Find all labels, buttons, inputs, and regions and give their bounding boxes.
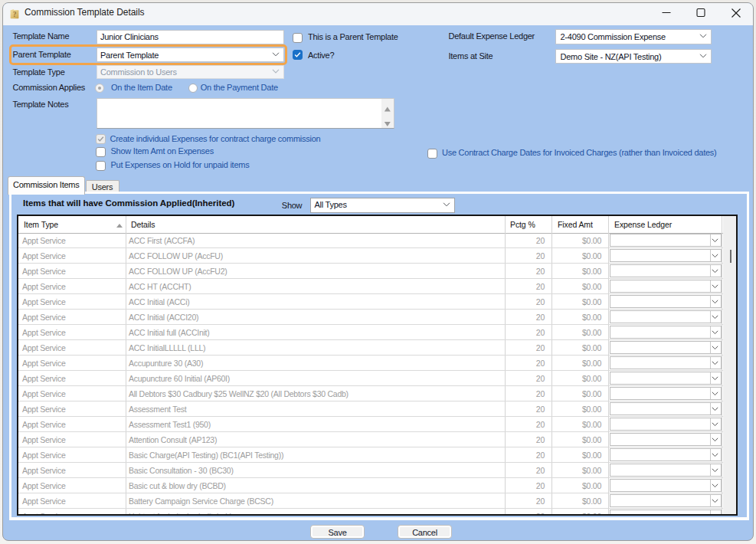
svg-text:?: ? bbox=[13, 11, 17, 18]
